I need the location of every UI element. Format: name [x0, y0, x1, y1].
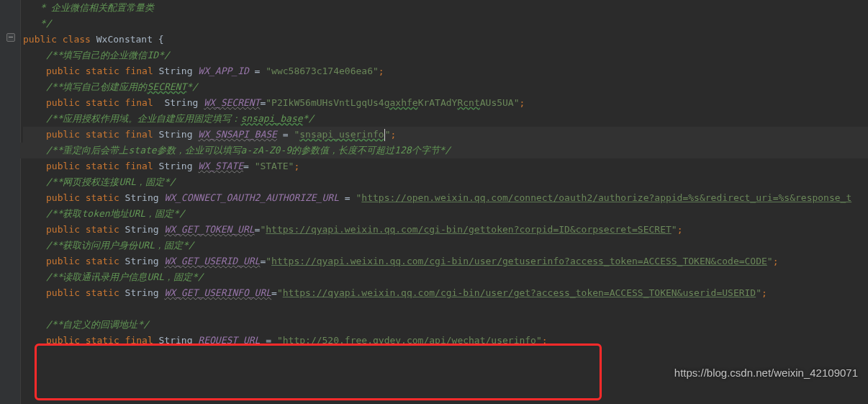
code-token: WX_APP_ID — [198, 66, 248, 76]
code-token: public static — [46, 224, 125, 235]
watermark-text: https://blog.csdn.net/weixin_42109071 — [674, 365, 858, 381]
code-token: WX_SECRENT — [204, 97, 260, 108]
code-token: https://open.weixin.qq.com/connect/oauth… — [361, 192, 851, 203]
code-token: KrATAdY — [418, 97, 458, 108]
code-token: */ — [303, 113, 315, 124]
code-token: /**填写自己创建应用的 — [46, 81, 147, 92]
code-token: https://qyapi.weixin.qq.com/cgi-bin/gett… — [266, 224, 672, 235]
code-line[interactable]: /**重定向后会带上state参数，企业可以填写a-zA-Z0-9的参数值，长度… — [23, 143, 868, 158]
code-token: public static — [46, 192, 125, 203]
code-token: public static final — [46, 97, 164, 108]
code-token: WX_CONNECT_OAUTH2_AUTHORIZE_URL — [164, 192, 339, 203]
code-line[interactable]: public static String WX_GET_USERID_URL="… — [23, 253, 868, 269]
code-token: WX_GET_USERID_URL — [164, 256, 260, 266]
code-token: Rcnt — [457, 97, 479, 108]
code-token: public static final — [46, 129, 159, 140]
code-token: public static — [46, 287, 125, 298]
code-token: ; — [773, 256, 779, 266]
code-token: https://qyapi.weixin.qq.com/cgi-bin/user… — [283, 287, 756, 298]
code-line[interactable]: public static final String WX_SNSAPI_BAS… — [23, 127, 868, 143]
editor-gutter — [0, 0, 21, 404]
code-line[interactable]: /**获取访问用户身份URL，固定*/ — [23, 238, 868, 253]
code-token: gaxhfe — [384, 97, 418, 108]
fold-toggle-icon[interactable] — [6, 33, 15, 42]
code-token: ; — [294, 161, 299, 171]
code-token: String — [164, 97, 204, 108]
code-token: "P2IkW56mUHsVntLgqUs4 — [266, 97, 384, 108]
code-line[interactable]: /**自定义的回调地址*/ — [23, 317, 868, 333]
code-token: /**重定向后会带上state参数，企业可以填写a-zA-Z0-9的参数值，长度… — [46, 145, 451, 156]
code-token: = — [339, 192, 356, 203]
code-token: { — [153, 34, 164, 45]
code-token: String — [159, 161, 199, 171]
code-token: public static final — [46, 66, 159, 76]
code-token: = — [271, 287, 277, 298]
code-token: /**获取访问用户身份URL，固定*/ — [46, 240, 194, 251]
code-token: /**获取token地址URL，固定*/ — [46, 208, 185, 219]
code-token: */ — [35, 18, 51, 29]
code-line[interactable]: public static String WX_GET_USERINFO_URL… — [23, 285, 868, 301]
code-line[interactable]: /**填写自己创建应用的SECRENT*/ — [23, 79, 868, 95]
code-line[interactable]: */ — [23, 16, 868, 32]
code-token: WX_STATE — [198, 161, 243, 171]
code-token: public class — [23, 34, 96, 45]
code-token: * 企业微信相关配置常量类 — [35, 2, 154, 13]
code-token: /**网页授权连接URL，固定*/ — [46, 176, 176, 187]
code-token: String — [159, 129, 199, 140]
code-line[interactable]: public static final String WX_SECRENT="P… — [23, 95, 868, 111]
code-token: = — [277, 129, 294, 140]
code-line[interactable]: * 企业微信相关配置常量类 — [23, 0, 868, 16]
code-token: ; — [761, 287, 767, 298]
code-token: "wwc58673c174e06ea6" — [266, 66, 379, 76]
code-token: /**自定义的回调地址*/ — [46, 319, 149, 330]
annotation-highlight-box — [35, 344, 602, 400]
code-line[interactable]: /**读取通讯录用户信息URL，固定*/ — [23, 269, 868, 285]
code-line[interactable]: /**应用授权作用域。企业自建应用固定填写：snsapi_base*/ — [23, 111, 868, 127]
code-token: ; — [677, 224, 683, 235]
code-token: SECRENT — [147, 81, 186, 92]
code-token: public static — [46, 256, 125, 266]
code-token: " — [266, 256, 271, 266]
code-token: AUs5UA" — [480, 97, 520, 108]
code-token: = — [249, 66, 266, 76]
code-token: /**填写自己的企业微信ID*/ — [46, 50, 170, 60]
code-token: String — [125, 256, 165, 266]
code-token: /**应用授权作用域。企业自建应用固定填写： — [46, 113, 240, 124]
code-token: public static final — [46, 161, 159, 171]
code-token: https://qyapi.weixin.qq.com/cgi-bin/user… — [271, 256, 767, 266]
code-token: String — [125, 192, 165, 203]
code-line[interactable]: public class WxConstant { — [23, 32, 868, 48]
code-token: snsapi_userinfo — [299, 129, 384, 140]
code-token: String — [125, 287, 165, 298]
code-token: String — [159, 66, 199, 76]
code-token: " — [277, 287, 283, 298]
code-token: */ — [186, 81, 198, 92]
code-token: String — [125, 224, 165, 235]
code-token: ; — [390, 129, 396, 140]
code-token: " — [756, 287, 761, 298]
code-token: " — [767, 256, 773, 266]
code-line[interactable]: public static final String WX_APP_ID = "… — [23, 63, 868, 79]
code-token: WX_GET_USERINFO_URL — [164, 287, 271, 298]
code-token: snsapi_base — [240, 113, 302, 124]
code-line[interactable]: public static String WX_CONNECT_OAUTH2_A… — [23, 190, 868, 206]
code-token: /**读取通讯录用户信息URL，固定*/ — [46, 271, 204, 282]
code-token: WX_GET_TOKEN_URL — [164, 224, 254, 235]
code-line[interactable]: public static final String WX_STATE= "ST… — [23, 158, 868, 174]
code-line[interactable]: /**获取token地址URL，固定*/ — [23, 206, 868, 222]
code-line[interactable]: /**填写自己的企业微信ID*/ — [23, 48, 868, 63]
code-line[interactable] — [23, 301, 868, 317]
code-token: = — [243, 161, 255, 171]
code-token: "STATE" — [255, 161, 294, 171]
code-token: ; — [520, 97, 525, 108]
code-token: WxConstant — [96, 34, 153, 45]
code-line[interactable]: /**网页授权连接URL，固定*/ — [23, 174, 868, 190]
code-token: WX_SNSAPI_BASE — [198, 129, 277, 140]
code-token: " — [672, 224, 677, 235]
code-line[interactable]: public static String WX_GET_TOKEN_URL="h… — [23, 222, 868, 238]
code-token: ; — [379, 66, 384, 76]
